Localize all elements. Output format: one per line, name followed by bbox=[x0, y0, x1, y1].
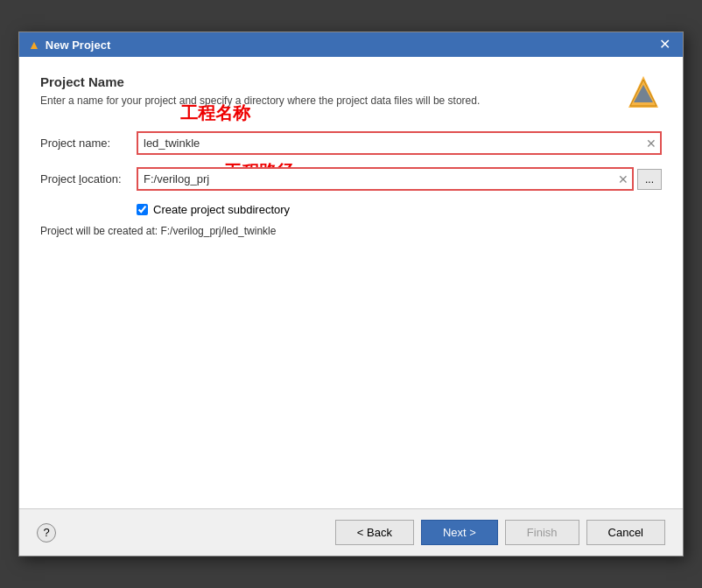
project-name-input[interactable] bbox=[137, 131, 662, 155]
back-button[interactable]: < Back bbox=[335, 520, 414, 545]
create-subdirectory-row: Create project subdirectory bbox=[137, 203, 662, 216]
dialog-footer: ? < Back Next > Finish Cancel bbox=[19, 508, 683, 556]
browse-button[interactable]: ... bbox=[637, 169, 662, 190]
project-location-input-wrapper: ✕ bbox=[137, 167, 634, 191]
create-subdirectory-checkbox[interactable] bbox=[137, 204, 148, 215]
project-path-info: Project will be created at: F:/verilog_p… bbox=[40, 225, 662, 237]
new-project-dialog: ▲ New Project ✕ Project Name Enter a nam… bbox=[18, 32, 684, 556]
finish-button[interactable]: Finish bbox=[505, 520, 579, 545]
title-bar-left: ▲ New Project bbox=[28, 38, 110, 52]
section-title: Project Name bbox=[40, 74, 480, 89]
dialog-title: New Project bbox=[46, 38, 110, 52]
next-button[interactable]: Next > bbox=[421, 520, 498, 545]
logo-icon bbox=[625, 74, 662, 111]
project-name-group: 工程名称 Project name: ✕ bbox=[40, 131, 662, 155]
create-subdirectory-label[interactable]: Create project subdirectory bbox=[153, 203, 290, 216]
dialog-body: Project Name Enter a name for your proje… bbox=[19, 57, 683, 508]
header-row: Project Name Enter a name for your proje… bbox=[40, 74, 662, 124]
project-name-label: Project name: bbox=[40, 136, 137, 150]
title-bar: ▲ New Project ✕ bbox=[19, 32, 683, 57]
close-button[interactable]: ✕ bbox=[656, 38, 674, 52]
help-button[interactable]: ? bbox=[37, 523, 56, 542]
project-location-label: Project location: bbox=[40, 172, 137, 186]
project-name-clear-button[interactable]: ✕ bbox=[644, 137, 658, 150]
header-text: Project Name Enter a name for your proje… bbox=[40, 74, 480, 124]
cancel-button[interactable]: Cancel bbox=[586, 520, 665, 545]
content-area: 工程名称 Project name: ✕ 工程路径 Project locati… bbox=[40, 131, 662, 373]
logo-area bbox=[625, 74, 662, 114]
project-name-input-wrapper: ✕ bbox=[137, 131, 662, 155]
app-icon: ▲ bbox=[28, 38, 40, 52]
project-location-group: 工程路径 Project location: ✕ ... bbox=[40, 167, 662, 191]
project-location-input[interactable] bbox=[137, 167, 634, 191]
section-desc: Enter a name for your project and specif… bbox=[40, 94, 480, 107]
project-location-clear-button[interactable]: ✕ bbox=[616, 173, 630, 186]
footer-buttons: < Back Next > Finish Cancel bbox=[335, 520, 665, 545]
